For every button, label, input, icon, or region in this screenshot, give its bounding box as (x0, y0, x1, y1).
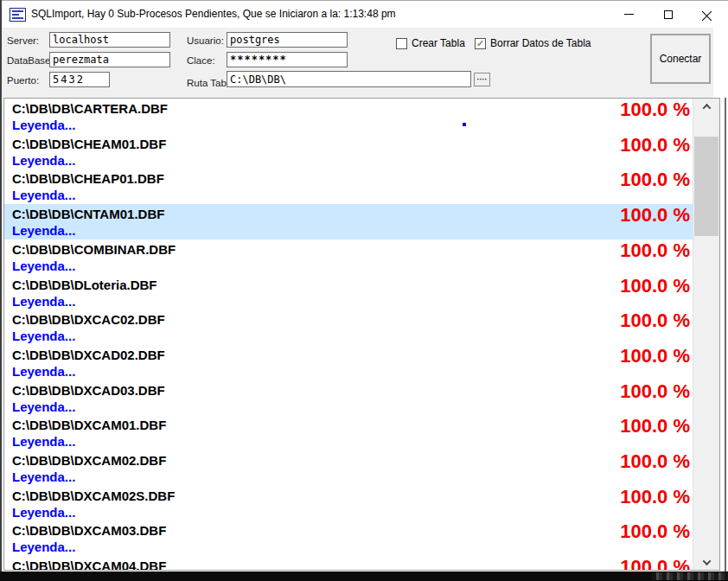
borrar-datos-checkbox[interactable]: ✓ Borrar Datos de Tabla (475, 37, 591, 49)
legend-link: Leyenda... (12, 222, 693, 239)
legend-link: Leyenda... (12, 363, 693, 380)
app-window: SQLImport, Hay 0 Sub-Procesos Pendientes… (0, 0, 728, 581)
maximize-icon (664, 10, 673, 19)
list-item[interactable]: C:\DB\DB\DXCAM04.DBF Leyenda... 100.0 % (4, 556, 693, 570)
file-path: C:\DB\DB\DXCAD03.DBF (12, 382, 693, 399)
legend-link: Leyenda... (12, 117, 693, 133)
server-label: Server: (7, 35, 39, 46)
bottom-edge-strip (0, 571, 728, 581)
progress-value: 100.0 % (620, 276, 690, 297)
file-path: C:\DB\DB\DXCAM02S.DBF (12, 488, 693, 504)
puerto-label: Puerto: (7, 75, 39, 86)
legend-link: Leyenda... (12, 258, 693, 274)
legend-link: Leyenda... (12, 293, 693, 310)
scroll-up-button[interactable] (693, 99, 719, 114)
progress-value: 100.0 % (620, 487, 690, 508)
progress-value: 100.0 % (620, 381, 690, 402)
list-item[interactable]: C:\DB\DB\DXCAM01.DBF Leyenda... 100.0 % (4, 415, 693, 450)
clace-label: Clace: (187, 55, 215, 66)
close-button[interactable] (687, 1, 726, 28)
list-item[interactable]: C:\DB\DB\DXCAD02.DBF Leyenda... 100.0 % (4, 345, 693, 380)
maximize-button[interactable] (648, 1, 687, 28)
ruta-table-input[interactable] (227, 71, 471, 87)
browse-ellipsis-button[interactable]: ···· (474, 73, 490, 86)
progress-value: 100.0 % (620, 205, 690, 226)
file-list-rows: C:\DB\DB\CARTERA.DBF Leyenda... 100.0 % … (4, 99, 693, 570)
window-title: SQLImport, Hay 0 Sub-Procesos Pendientes… (31, 1, 396, 28)
list-item[interactable]: C:\DB\DB\CHEAM01.DBF Leyenda... 100.0 % (4, 134, 693, 169)
close-icon (702, 10, 712, 20)
progress-value: 100.0 % (620, 135, 690, 156)
window-right-border (725, 98, 726, 571)
list-item-selected[interactable]: C:\DB\DB\CNTAM01.DBF Leyenda... 100.0 % (4, 204, 693, 239)
legend-link: Leyenda... (12, 469, 693, 485)
crear-tabla-label: Crear Tabla (412, 37, 465, 49)
scroll-down-button[interactable] (693, 554, 719, 570)
checkbox-box-unchecked (396, 38, 407, 49)
progress-value: 100.0 % (620, 416, 690, 437)
progress-value: 100.0 % (620, 521, 690, 542)
legend-link: Leyenda... (12, 399, 693, 415)
legend-link: Leyenda... (12, 504, 693, 520)
list-item[interactable]: C:\DB\DB\COMBINAR.DBF Leyenda... 100.0 % (4, 239, 693, 275)
progress-value: 100.0 % (620, 99, 690, 120)
legend-link: Leyenda... (12, 433, 693, 450)
crear-tabla-checkbox[interactable]: Crear Tabla (396, 37, 465, 49)
progress-value: 100.0 % (620, 169, 690, 190)
file-path: C:\DB\DB\DXCAM04.DBF (12, 558, 693, 570)
list-item[interactable]: C:\DB\DB\DLoteria.DBF Leyenda... 100.0 % (4, 275, 693, 310)
file-path: C:\DB\DB\DXCAM01.DBF (12, 417, 693, 433)
clace-password-input[interactable] (227, 52, 348, 67)
file-path: C:\DB\DB\DXCAM02.DBF (12, 452, 693, 469)
usuario-input[interactable] (227, 32, 348, 48)
file-path: C:\DB\DB\DXCAC02.DBF (12, 311, 693, 328)
list-item[interactable]: C:\DB\DB\CARTERA.DBF Leyenda... 100.0 % (4, 99, 693, 134)
checkbox-check-icon: ✓ (475, 38, 486, 49)
list-item[interactable]: C:\DB\DB\DXCAM02.DBF Leyenda... 100.0 % (4, 450, 693, 486)
cursor-dot (463, 123, 466, 126)
legend-link: Leyenda... (12, 539, 693, 555)
window-controls (610, 1, 726, 28)
file-path: C:\DB\DB\DLoteria.DBF (12, 277, 693, 293)
database-label: DataBase: (7, 55, 54, 66)
legend-link: Leyenda... (12, 187, 693, 203)
file-path: C:\DB\DB\CARTERA.DBF (12, 100, 693, 117)
file-list: C:\DB\DB\CARTERA.DBF Leyenda... 100.0 % … (3, 98, 720, 571)
progress-value: 100.0 % (620, 310, 690, 331)
progress-value: 100.0 % (620, 557, 690, 570)
chevron-up-icon (702, 103, 711, 112)
legend-link: Leyenda... (12, 328, 693, 344)
taskbar-sliver (652, 572, 728, 580)
file-path: C:\DB\DB\DXCAM03.DBF (12, 522, 693, 539)
file-path: C:\DB\DB\COMBINAR.DBF (12, 241, 693, 258)
file-path: C:\DB\DB\CNTAM01.DBF (12, 206, 693, 222)
progress-value: 100.0 % (620, 451, 690, 472)
usuario-label: Usuario: (187, 35, 224, 46)
list-item[interactable]: C:\DB\DB\CHEAP01.DBF Leyenda... 100.0 % (4, 169, 693, 204)
scrollbar-thumb[interactable] (694, 137, 718, 236)
file-path: C:\DB\DB\DXCAD02.DBF (12, 347, 693, 363)
database-input[interactable] (49, 52, 170, 67)
titlebar: SQLImport, Hay 0 Sub-Procesos Pendientes… (2, 1, 728, 28)
minimize-button[interactable] (610, 1, 648, 28)
file-path: C:\DB\DB\CHEAP01.DBF (12, 170, 693, 187)
minimize-icon (624, 14, 634, 15)
list-item[interactable]: C:\DB\DB\DXCAC02.DBF Leyenda... 100.0 % (4, 310, 693, 345)
puerto-input[interactable] (49, 72, 110, 87)
vertical-scrollbar[interactable] (693, 99, 719, 570)
server-input[interactable] (49, 32, 170, 48)
file-path: C:\DB\DB\CHEAM01.DBF (12, 136, 693, 152)
legend-link: Leyenda... (12, 152, 693, 169)
list-item[interactable]: C:\DB\DB\DXCAM02S.DBF Leyenda... 100.0 % (4, 486, 693, 521)
list-item[interactable]: C:\DB\DB\DXCAM03.DBF Leyenda... 100.0 % (4, 520, 693, 556)
app-form-icon (10, 8, 26, 22)
list-item[interactable]: C:\DB\DB\DXCAD03.DBF Leyenda... 100.0 % (4, 380, 693, 416)
conectar-button[interactable]: Conectar (650, 34, 711, 84)
chevron-down-icon (702, 557, 711, 565)
progress-value: 100.0 % (620, 240, 690, 261)
progress-value: 100.0 % (620, 346, 690, 367)
borrar-datos-label: Borrar Datos de Tabla (490, 37, 591, 49)
connection-form: Server: DataBase: Puerto: Usuario: Clace… (2, 28, 713, 98)
